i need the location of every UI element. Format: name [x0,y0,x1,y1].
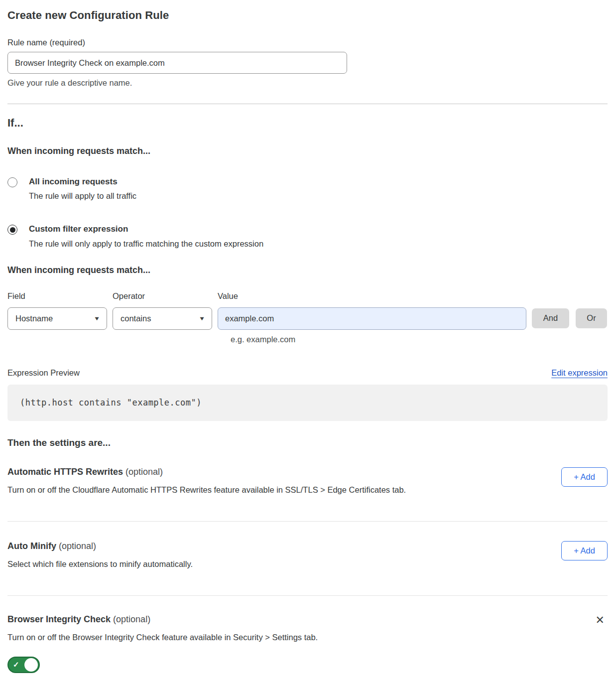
setting-description: Select which file extensions to minify a… [7,559,193,569]
value-column-label: Value [218,291,526,301]
builder-column-labels: Field Operator Value [7,291,608,301]
field-column-label: Field [7,291,107,301]
setting-optional-tag: (optional) [113,614,150,624]
radio-option-all-requests[interactable]: All incoming requests The rule will appl… [7,176,608,201]
setting-description: Turn on or off the Cloudflare Automatic … [7,485,406,495]
setting-automatic-https-rewrites: Automatic HTTPS Rewrites (optional) Turn… [7,467,608,522]
radio-option-custom-filter[interactable]: Custom filter expression The rule will o… [7,224,608,248]
radio-description: The rule will apply to all traffic [29,191,136,201]
expression-preview-label: Expression Preview [7,368,80,378]
operator-select-value: contains [121,314,151,323]
chevron-down-icon: ▼ [199,315,206,321]
setting-auto-minify: Auto Minify (optional) Select which file… [7,541,608,596]
or-button[interactable]: Or [576,308,607,328]
operator-column-label: Operator [113,291,212,301]
radio-icon-unchecked[interactable] [7,177,17,187]
add-button[interactable]: + Add [561,541,608,560]
radio-description: The rule will only apply to traffic matc… [29,239,263,249]
radio-label: Custom filter expression [29,224,263,234]
expression-preview-box: (http.host contains "example.com") [7,385,608,421]
rule-name-label: Rule name (required) [7,38,608,47]
field-select-value: Hostname [15,314,53,323]
rule-name-helper: Give your rule a descriptive name. [7,78,608,88]
setting-description: Turn on or off the Browser Integrity Che… [7,633,318,642]
value-helper: e.g. example.com [231,335,608,344]
setting-title: Browser Integrity Check [7,614,111,624]
divider [7,521,608,522]
expression-code: (http.host contains "example.com") [20,398,202,408]
chevron-down-icon: ▼ [94,315,101,321]
radio-label: All incoming requests [29,176,136,187]
browser-integrity-check-toggle[interactable]: ✓ [7,657,40,673]
and-button[interactable]: And [532,308,569,328]
builder-heading: When incoming requests match... [7,265,608,275]
match-heading: When incoming requests match... [7,146,608,156]
setting-optional-tag: (optional) [59,541,96,551]
setting-browser-integrity-check: Browser Integrity Check (optional) Turn … [7,614,608,673]
radio-icon-checked[interactable] [7,225,17,235]
expression-builder-row: Hostname ▼ contains ▼ And Or [7,307,608,330]
divider [7,104,608,104]
setting-optional-tag: (optional) [125,467,163,477]
setting-title: Auto Minify [7,541,56,551]
toggle-knob [24,658,38,672]
divider [7,595,608,596]
page-title: Create new Configuration Rule [7,9,608,22]
then-heading: Then the settings are... [7,437,608,448]
close-icon[interactable]: ✕ [596,615,605,625]
field-select[interactable]: Hostname ▼ [7,307,107,330]
check-icon: ✓ [13,660,19,669]
value-input[interactable] [218,307,526,330]
edit-expression-link[interactable]: Edit expression [551,368,608,378]
if-heading: If... [7,117,608,130]
add-button[interactable]: + Add [561,467,608,487]
operator-select[interactable]: contains ▼ [113,307,212,330]
rule-name-input[interactable] [7,52,347,74]
setting-title: Automatic HTTPS Rewrites [7,467,123,477]
